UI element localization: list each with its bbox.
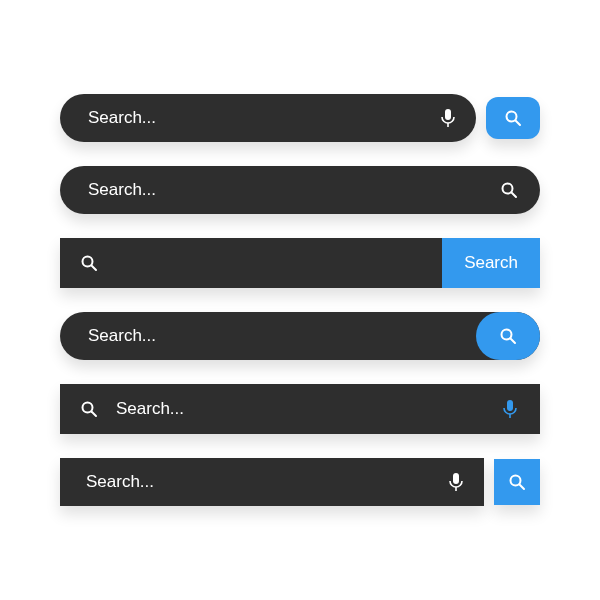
search-icon <box>80 400 98 418</box>
svg-rect-0 <box>445 109 451 120</box>
search-bar-variant-1: Search... <box>60 94 540 142</box>
search-button[interactable] <box>486 97 540 139</box>
search-icon <box>80 254 98 272</box>
svg-line-3 <box>516 121 521 126</box>
svg-rect-12 <box>507 400 513 411</box>
search-bar-variant-5[interactable]: Search... <box>60 384 540 434</box>
search-bar-variant-2[interactable]: Search... <box>60 166 540 214</box>
search-icon[interactable] <box>500 181 518 199</box>
microphone-icon[interactable] <box>448 472 464 492</box>
search-placeholder: Search... <box>82 472 448 492</box>
svg-line-17 <box>520 485 525 490</box>
microphone-icon[interactable] <box>502 399 518 419</box>
svg-line-5 <box>512 193 517 198</box>
search-button[interactable]: Search <box>442 238 540 288</box>
search-bar-variant-4[interactable]: Search... <box>60 312 540 360</box>
svg-rect-14 <box>453 473 459 484</box>
search-button-label: Search <box>464 253 518 273</box>
search-button[interactable] <box>494 459 540 505</box>
search-input-6[interactable]: Search... <box>60 458 484 506</box>
search-button[interactable] <box>476 312 540 360</box>
search-placeholder: Search... <box>112 399 488 419</box>
svg-line-7 <box>92 266 97 271</box>
search-placeholder: Search... <box>84 180 500 200</box>
search-bar-variant-6: Search... <box>60 458 540 506</box>
search-input-1[interactable]: Search... <box>60 94 476 142</box>
search-icon <box>508 473 526 491</box>
search-placeholder: Search... <box>84 326 476 346</box>
svg-line-9 <box>511 339 516 344</box>
search-icon <box>499 327 517 345</box>
search-bar-variant-3[interactable]: Search <box>60 238 540 288</box>
microphone-icon[interactable] <box>440 108 456 128</box>
search-placeholder: Search... <box>84 108 440 128</box>
search-icon <box>504 109 522 127</box>
svg-line-11 <box>92 412 97 417</box>
